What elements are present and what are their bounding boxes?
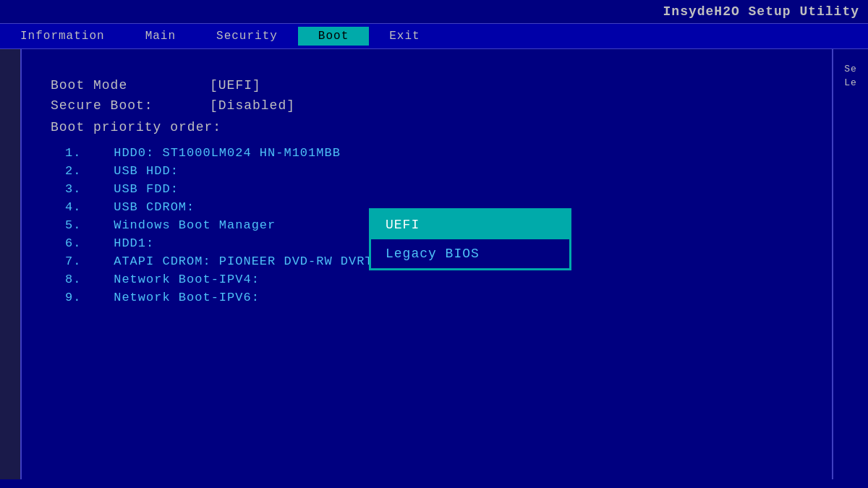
boot-item-5-num: 5. <box>65 218 81 232</box>
boot-item-5-text: Windows Boot Manager <box>114 218 276 232</box>
boot-item-1[interactable]: 1. HDD0: ST1000LM024 HN-M101MBB <box>65 146 803 160</box>
menu-item-information[interactable]: Information <box>0 27 125 46</box>
boot-item-9-text: Network Boot-IPV6: <box>114 291 260 304</box>
sidebar-label-2: Le <box>844 77 857 88</box>
boot-item-8[interactable]: 8. Network Boot-IPV4: <box>65 273 803 286</box>
secure-boot-value[interactable]: [Disabled] <box>210 98 295 113</box>
menu-item-security[interactable]: Security <box>196 27 298 46</box>
right-sidebar: Se Le <box>832 49 868 479</box>
menu-bar: Information Main Security Boot Exit <box>0 23 868 49</box>
main-content: Boot Mode [UEFI] Secure Boot: [Disabled]… <box>0 49 868 479</box>
boot-item-2-text: USB HDD: <box>114 164 179 178</box>
bios-screen: InsydeH2O Setup Utility Information Main… <box>0 0 868 488</box>
menu-item-boot[interactable]: Boot <box>298 27 369 46</box>
boot-item-6-text: HDD1: <box>114 236 154 250</box>
boot-mode-value[interactable]: [UEFI] <box>210 78 261 93</box>
title-bar: InsydeH2O Setup Utility <box>0 0 868 23</box>
boot-item-3-num: 3. <box>65 182 81 196</box>
boot-item-9-num: 9. <box>65 291 81 304</box>
secure-boot-row: Secure Boot: [Disabled] <box>51 98 803 113</box>
boot-mode-dropdown[interactable]: UEFI Legacy BIOS <box>369 208 571 270</box>
priority-header: Boot priority order: <box>51 120 803 134</box>
boot-mode-row: Boot Mode [UEFI] <box>51 78 803 93</box>
content-panel: Boot Mode [UEFI] Secure Boot: [Disabled]… <box>22 49 832 479</box>
boot-item-4-text: USB CDROM: <box>114 200 195 214</box>
menu-item-main[interactable]: Main <box>125 27 196 46</box>
boot-item-2[interactable]: 2. USB HDD: <box>65 164 803 178</box>
boot-item-1-text: HDD0: ST1000LM024 HN-M101MBB <box>114 146 341 160</box>
boot-item-2-num: 2. <box>65 164 81 178</box>
dropdown-item-legacy-bios[interactable]: Legacy BIOS <box>371 239 569 268</box>
boot-item-4-num: 4. <box>65 200 81 214</box>
boot-item-9[interactable]: 9. Network Boot-IPV6: <box>65 291 803 304</box>
menu-item-exit[interactable]: Exit <box>369 27 440 46</box>
boot-item-1-num: 1. <box>65 146 81 160</box>
boot-item-3[interactable]: 3. USB FDD: <box>65 182 803 196</box>
boot-item-6-num: 6. <box>65 236 81 250</box>
boot-item-8-num: 8. <box>65 273 81 286</box>
secure-boot-label: Secure Boot: <box>51 98 210 113</box>
boot-item-3-text: USB FDD: <box>114 182 179 196</box>
sidebar-label-1: Se <box>844 64 857 74</box>
boot-item-7-num: 7. <box>65 254 81 268</box>
app-title: InsydeH2O Setup Utility <box>663 4 859 19</box>
boot-mode-label: Boot Mode <box>51 78 210 93</box>
boot-item-8-text: Network Boot-IPV4: <box>114 273 260 286</box>
dropdown-item-uefi[interactable]: UEFI <box>371 210 569 239</box>
left-bar <box>0 49 22 479</box>
